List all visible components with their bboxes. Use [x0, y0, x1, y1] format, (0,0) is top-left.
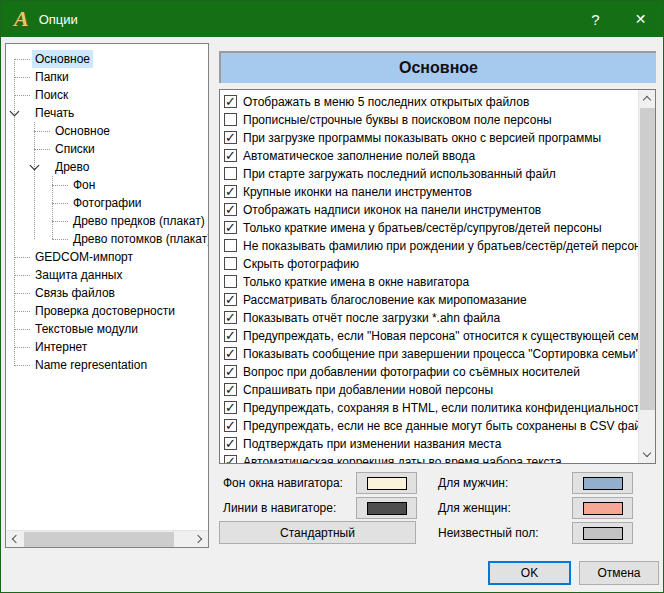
checkbox-checked-icon[interactable] — [224, 401, 237, 414]
chevron-down-icon[interactable] — [10, 107, 20, 117]
checkbox-unchecked-icon[interactable] — [224, 239, 237, 252]
checkbox-unchecked-icon[interactable] — [224, 275, 237, 288]
checkbox-checked-icon[interactable] — [224, 221, 237, 234]
option-row[interactable]: Скрыть фотографию — [224, 255, 638, 273]
tree-line — [14, 329, 30, 330]
option-label: Предупреждать, если не все данные могут … — [243, 419, 638, 433]
option-row[interactable]: Рассматривать благословение как миропома… — [224, 291, 638, 309]
checkbox-checked-icon[interactable] — [224, 347, 237, 360]
checkbox-checked-icon[interactable] — [224, 365, 237, 378]
tree-item-label: Проверка достоверности — [32, 302, 178, 320]
unknown-color-button[interactable] — [572, 522, 633, 544]
tree-line — [14, 347, 30, 348]
checkbox-checked-icon[interactable] — [224, 95, 237, 108]
tree-item[interactable]: GEDCOM-импорт — [6, 248, 208, 266]
close-icon[interactable]: ✕ — [618, 1, 663, 37]
tree-item-label: Древо — [52, 158, 92, 176]
option-row[interactable]: Показывать сообщение при завершении проц… — [224, 345, 638, 363]
tree-item[interactable]: Фотографии — [6, 194, 208, 212]
options-rows: Отображать в меню 5 последних открытых ф… — [220, 90, 638, 463]
tree-item[interactable]: Списки — [6, 140, 208, 158]
scroll-down-icon[interactable] — [639, 446, 655, 463]
option-row[interactable]: Спрашивать при добавлении новой персоны — [224, 381, 638, 399]
option-row[interactable]: Предупреждать, сохраняя в HTML, если пол… — [224, 399, 638, 417]
option-row[interactable]: Только краткие имена в окне навигатора — [224, 273, 638, 291]
nav-lines-swatch — [367, 502, 407, 515]
option-row[interactable]: Предупреждать, если не все данные могут … — [224, 417, 638, 435]
checkbox-checked-icon[interactable] — [224, 185, 237, 198]
checkbox-checked-icon[interactable] — [224, 293, 237, 306]
female-color-button[interactable] — [572, 497, 633, 519]
ok-button[interactable]: OK — [488, 561, 571, 585]
checkbox-checked-icon[interactable] — [224, 455, 237, 463]
checkbox-unchecked-icon[interactable] — [224, 167, 237, 180]
option-label: Крупные иконки на панели инструментов — [243, 185, 472, 199]
option-row[interactable]: Вопрос при добавлении фотографии со съём… — [224, 363, 638, 381]
checkbox-checked-icon[interactable] — [224, 437, 237, 450]
tree-item-label: Фон — [70, 176, 98, 194]
male-color-button[interactable] — [572, 472, 633, 494]
options-tree: ОсновноеПапкиПоискПечатьОсновноеСпискиДр… — [6, 44, 208, 530]
tree-item[interactable]: Текстовые модули — [6, 320, 208, 338]
checkbox-checked-icon[interactable] — [224, 329, 237, 342]
option-row[interactable]: Прописные/строчные буквы в поисковом пол… — [224, 111, 638, 129]
tree-item[interactable]: Основное — [6, 122, 208, 140]
option-row[interactable]: Не показывать фамилию при рождении у бра… — [224, 237, 638, 255]
tree-item-label: Древо предков (плакат) — [70, 212, 208, 230]
tree-item[interactable]: Древо — [6, 158, 208, 176]
tree-line — [14, 275, 30, 276]
option-row[interactable]: Показывать отчёт после загрузки *.ahn фа… — [224, 309, 638, 327]
tree-item[interactable]: Печать — [6, 104, 208, 122]
option-row[interactable]: Предупреждать, если "Новая персона" отно… — [224, 327, 638, 345]
option-row[interactable]: Подтверждать при изменении названия мест… — [224, 435, 638, 453]
options-nav-panel: ОсновноеПапкиПоискПечатьОсновноеСпискиДр… — [5, 43, 209, 548]
tree-item[interactable]: Связь файлов — [6, 284, 208, 302]
checkbox-unchecked-icon[interactable] — [224, 113, 237, 126]
tree-item[interactable]: Папки — [6, 68, 208, 86]
help-icon[interactable]: ? — [573, 1, 618, 37]
nav-lines-color-button[interactable] — [356, 497, 417, 519]
option-label: Прописные/строчные буквы в поисковом пол… — [243, 113, 552, 127]
option-row[interactable]: Отображать надписи иконок на панели инст… — [224, 201, 638, 219]
checkbox-checked-icon[interactable] — [224, 131, 237, 144]
option-label: Отображать надписи иконок на панели инст… — [243, 203, 541, 217]
tree-item[interactable]: Интернет — [6, 338, 208, 356]
option-row[interactable]: При загрузке программы показывать окно с… — [224, 129, 638, 147]
option-row[interactable]: Автоматическое заполнение полей ввода — [224, 147, 638, 165]
scrollbar-thumb[interactable] — [640, 108, 655, 410]
tree-item[interactable]: Древо предков (плакат) — [6, 212, 208, 230]
cancel-button[interactable]: Отмена — [579, 561, 659, 585]
checkbox-checked-icon[interactable] — [224, 419, 237, 432]
tree-item[interactable]: Проверка достоверности — [6, 302, 208, 320]
checkbox-unchecked-icon[interactable] — [224, 257, 237, 270]
option-row[interactable]: Крупные иконки на панели инструментов — [224, 183, 638, 201]
nav-bg-color-button[interactable] — [356, 472, 417, 494]
tree-item-label: Текстовые модули — [32, 320, 141, 338]
scroll-up-icon[interactable] — [639, 90, 655, 107]
chevron-down-icon[interactable] — [30, 161, 40, 171]
tree-item[interactable]: Древо потомков (плакат) — [6, 230, 208, 248]
tree-item[interactable]: Поиск — [6, 86, 208, 104]
scroll-left-icon[interactable] — [6, 531, 23, 547]
checkbox-checked-icon[interactable] — [224, 311, 237, 324]
checkbox-checked-icon[interactable] — [224, 203, 237, 216]
tree-item[interactable]: Name representation — [6, 356, 208, 374]
checkbox-checked-icon[interactable] — [224, 383, 237, 396]
options-dialog: A Опции ? ✕ ОсновноеПапкиПоискПечатьОсно… — [0, 0, 664, 593]
tree-item[interactable]: Защита данных — [6, 266, 208, 284]
option-label: Автоматическое заполнение полей ввода — [243, 149, 475, 163]
scroll-right-icon[interactable] — [191, 531, 208, 547]
scrollbar-thumb[interactable] — [24, 532, 174, 547]
options-vertical-scrollbar[interactable] — [638, 90, 655, 463]
option-row[interactable]: Только краткие имена у братьев/сестёр/су… — [224, 219, 638, 237]
option-label: Автоматическая коррекция даты во время н… — [243, 455, 562, 463]
standard-button[interactable]: Стандартный — [219, 521, 416, 544]
option-row[interactable]: При старте загружать последний использов… — [224, 165, 638, 183]
option-row[interactable]: Отображать в меню 5 последних открытых ф… — [224, 93, 638, 111]
tree-item[interactable]: Фон — [6, 176, 208, 194]
tree-item[interactable]: Основное — [6, 50, 208, 68]
option-row[interactable]: Автоматическая коррекция даты во время н… — [224, 453, 638, 463]
tree-horizontal-scrollbar[interactable] — [6, 530, 208, 547]
option-label: Подтверждать при изменении названия мест… — [243, 437, 501, 451]
checkbox-checked-icon[interactable] — [224, 149, 237, 162]
